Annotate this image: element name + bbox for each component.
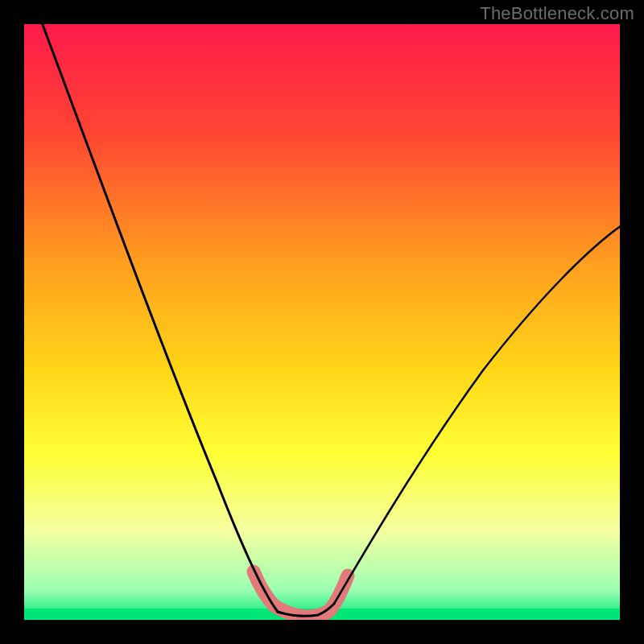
chart-frame: TheBottleneck.com xyxy=(0,0,644,644)
plot-background xyxy=(24,24,620,620)
bottleneck-chart xyxy=(0,0,644,644)
watermark-text: TheBottleneck.com xyxy=(480,3,634,24)
